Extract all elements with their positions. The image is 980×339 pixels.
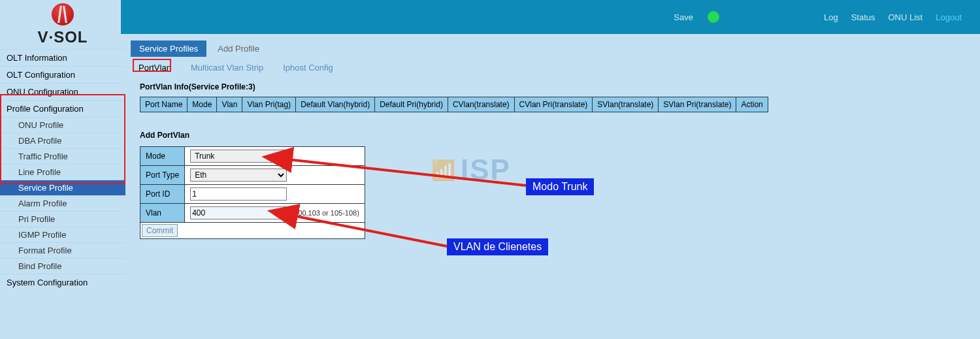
portvlan-info-title: PortVlan Info(Service Profile:3) (140, 82, 973, 91)
sidebar-item-pri-profile[interactable]: Pri Profile (0, 211, 125, 227)
status-dot-icon (708, 11, 719, 23)
col-svlan: SVlan(translate) (593, 97, 659, 112)
save-link[interactable]: Save (674, 12, 693, 22)
sidebar-item-line-profile[interactable]: Line Profile (0, 164, 125, 180)
col-action: Action (736, 97, 768, 112)
logout-link[interactable]: Logout (936, 12, 962, 22)
logo-area: V·SOL (0, 0, 125, 49)
onu-list-link[interactable]: ONU List (889, 12, 923, 22)
callout-modo-trunk: Modo Trunk (526, 178, 594, 195)
col-mode: Mode (188, 97, 217, 112)
sidebar-item-service-profile[interactable]: Service Profile (0, 180, 125, 195)
sidebar-cat-system-config[interactable]: System Configuration (0, 274, 125, 291)
portid-label: Port ID (140, 185, 185, 204)
sidebar-item-alarm-profile[interactable]: Alarm Profile (0, 195, 125, 211)
sidebar-cat-olt-config[interactable]: OLT Configuration (0, 66, 125, 83)
log-link[interactable]: Log (824, 12, 838, 22)
portvlan-info-table: Port Name Mode Vlan Vlan Pri(tag) Defaul… (140, 97, 768, 112)
col-def-vlan: Default Vlan(hybrid) (296, 97, 375, 112)
add-portvlan-form: Mode Trunk Port Type Eth Port ID Vlan (140, 146, 365, 239)
vlan-label: Vlan (140, 204, 185, 223)
col-cvlan: CVlan(translate) (448, 97, 514, 112)
callout-vlan-clientes: VLAN de Clienetes (447, 238, 548, 255)
vlan-hint: (100,103 or 105-108) (291, 209, 359, 217)
sidebar-item-dba-profile[interactable]: DBA Profile (0, 133, 125, 148)
portid-input[interactable] (190, 187, 287, 201)
sidebar-item-format-profile[interactable]: Format Profile (0, 242, 125, 258)
tab-service-profiles[interactable]: Service Profiles (131, 40, 206, 57)
vlan-input[interactable] (190, 206, 287, 219)
subtab-iphost[interactable]: Iphost Config (276, 61, 340, 74)
subtab-portvlan[interactable]: PortVlan (132, 61, 178, 74)
mode-select[interactable]: Trunk (190, 150, 287, 163)
porttype-label: Port Type (140, 166, 185, 185)
sidebar: OLT Information OLT Configuration ONU Co… (0, 49, 125, 291)
add-portvlan-title: Add PortVlan (140, 131, 973, 140)
sidebar-cat-olt-info[interactable]: OLT Information (0, 49, 125, 66)
col-port-name: Port Name (140, 97, 188, 112)
col-cvlan-pri: CVlan Pri(translate) (514, 97, 593, 112)
col-vlan: Vlan (217, 97, 242, 112)
col-svlan-pri: SVlan Pri(translate) (659, 97, 736, 112)
status-link[interactable]: Status (851, 12, 875, 22)
sidebar-cat-profile-config[interactable]: Profile Configuration (0, 100, 125, 117)
brand-text: V·SOL (37, 28, 88, 46)
subtab-multicast[interactable]: Multicast Vlan Strip (184, 61, 270, 74)
col-vlan-pri: Vlan Pri(tag) (242, 97, 296, 112)
sidebar-item-traffic-profile[interactable]: Traffic Profile (0, 148, 125, 164)
main-content: Service Profiles Add Profile PortVlan Mu… (131, 38, 973, 239)
sidebar-cat-onu-config[interactable]: ONU Configuration (0, 83, 125, 100)
logo-icon (52, 3, 74, 25)
porttype-select[interactable]: Eth (190, 169, 287, 182)
main-tabs: Service Profiles Add Profile (131, 40, 973, 57)
topbar: Save Log Status ONU List Logout (121, 0, 980, 34)
sidebar-item-bind-profile[interactable]: Bind Profile (0, 258, 125, 274)
commit-button[interactable]: Commit (142, 224, 178, 237)
sub-tabs: PortVlan Multicast Vlan Strip Iphost Con… (132, 61, 973, 74)
sidebar-item-igmp-profile[interactable]: IGMP Profile (0, 227, 125, 242)
mode-label: Mode (140, 147, 185, 166)
sidebar-item-onu-profile[interactable]: ONU Profile (0, 117, 125, 133)
col-def-pri: Default Pri(hybrid) (375, 97, 448, 112)
tab-add-profile[interactable]: Add Profile (209, 40, 268, 57)
